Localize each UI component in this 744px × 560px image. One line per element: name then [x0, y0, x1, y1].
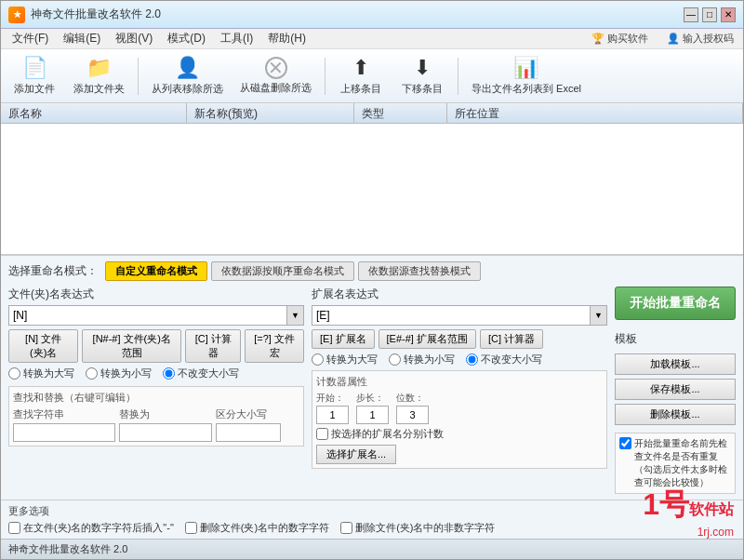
- ext-expr-input-row: ▼: [312, 305, 607, 326]
- btn-ext-calculator[interactable]: [C] 计算器: [480, 329, 543, 349]
- check-delete-numeric[interactable]: 删除文件(夹)名中的数字字符: [185, 521, 329, 535]
- watermark: 1号 软件站 1rj.com: [643, 485, 734, 539]
- add-folder-icon: 📁: [86, 56, 112, 80]
- mode-selector: 选择重命名模式： 自定义重命名模式 依数据源按顺序重命名模式 依数据源查找替换模…: [8, 261, 736, 281]
- menu-tools[interactable]: 工具(I): [213, 29, 260, 48]
- ext-expr-buttons: [E] 扩展名 [E#-#] 扩展名范围 [C] 计算器: [312, 329, 607, 349]
- remove-selected-icon: 👤: [175, 56, 200, 80]
- remove-selected-button[interactable]: 👤 从列表移除所选: [146, 53, 229, 100]
- watermark-number: 1号: [643, 485, 689, 526]
- ext-expr-radios: 转换为大写 转换为小写 不改变大小写: [312, 353, 607, 367]
- ext-expr-input[interactable]: [312, 305, 591, 326]
- file-expr-input[interactable]: [8, 305, 287, 326]
- toolbar: 📄 添加文件 📁 添加文件夹 👤 从列表移除所选 ✕ 从磁盘删除所选 ⬆ 上移条…: [1, 49, 743, 103]
- menu-view[interactable]: 视图(V): [108, 29, 160, 48]
- enter-license-button[interactable]: 👤 输入授权码: [661, 30, 739, 47]
- counter-separate-check[interactable]: 按选择的扩展名分别计数: [316, 427, 603, 441]
- counter-digits-input[interactable]: [396, 406, 429, 424]
- mid-column: 扩展名表达式 ▼ [E] 扩展名 [E#-#] 扩展名范围 [C] 计算器 转换…: [312, 287, 607, 494]
- template-label: 模板: [615, 331, 736, 347]
- file-expr-dropdown[interactable]: ▼: [287, 305, 304, 326]
- delete-non-numeric-checkbox[interactable]: [340, 522, 352, 534]
- note-checkbox[interactable]: [619, 437, 631, 449]
- btn-file-name-range[interactable]: [N#-#] 文件(夹)名范围: [82, 329, 181, 363]
- export-excel-button[interactable]: 📊 导出文件名列表到 Excel: [466, 53, 587, 100]
- mode-tab-datasource-seq[interactable]: 依数据源按顺序重命名模式: [211, 261, 354, 281]
- menu-mode[interactable]: 模式(D): [160, 29, 213, 48]
- btn-ext-range[interactable]: [E#-#] 扩展名范围: [379, 329, 476, 349]
- buy-software-button[interactable]: 🏆 购买软件: [586, 30, 654, 47]
- start-rename-button[interactable]: 开始批量重命名: [615, 287, 736, 320]
- move-down-button[interactable]: ⬇ 下移条目: [394, 53, 450, 100]
- ext-radio-no-change[interactable]: 不改变大小写: [466, 353, 542, 367]
- counter-digits: 位数：: [396, 392, 429, 424]
- counter-fields: 开始： 步长： 位数：: [316, 392, 603, 424]
- delete-numeric-label: 删除文件(夹)名中的数字字符: [200, 521, 329, 535]
- toolbar-separator-2: [325, 58, 326, 95]
- file-list-body: [1, 124, 743, 254]
- mode-tab-custom[interactable]: 自定义重命名模式: [105, 261, 207, 281]
- app-icon: ★: [8, 7, 25, 23]
- check-insert-dash[interactable]: 在文件(夹)名的数字字符后插入"-": [8, 521, 174, 535]
- load-template-button[interactable]: 加载模板...: [615, 353, 736, 375]
- counter-step: 步长：: [356, 392, 389, 424]
- maximize-button[interactable]: □: [702, 7, 717, 22]
- counter-start-input[interactable]: [316, 406, 349, 424]
- case-sensitive-label: 区分大小写: [216, 407, 281, 421]
- btn-ext-name[interactable]: [E] 扩展名: [312, 329, 375, 349]
- bottom-panel: 选择重命名模式： 自定义重命名模式 依数据源按顺序重命名模式 依数据源查找替换模…: [1, 255, 743, 500]
- counter-separate-checkbox[interactable]: [316, 428, 328, 440]
- close-button[interactable]: ✕: [721, 7, 736, 22]
- btn-calculator[interactable]: [C] 计算器: [185, 329, 241, 363]
- menu-right: 🏆 购买软件 👤 输入授权码: [586, 30, 739, 47]
- add-file-icon: 📄: [22, 56, 47, 80]
- radio-no-change[interactable]: 不改变大小写: [163, 367, 239, 380]
- delete-from-disk-button[interactable]: ✕ 从磁盘删除所选: [234, 53, 317, 100]
- file-expr-buttons: [N] 文件(夹)名 [N#-#] 文件(夹)名范围 [C] 计算器 [=?] …: [8, 329, 304, 363]
- move-up-button[interactable]: ⬆ 上移条目: [333, 53, 389, 100]
- file-expr-input-row: ▼: [8, 305, 304, 326]
- select-ext-button[interactable]: 选择扩展名...: [316, 445, 396, 464]
- window-controls: — □ ✕: [684, 7, 736, 22]
- more-options-title[interactable]: 更多选项: [8, 504, 736, 518]
- remove-selected-label: 从列表移除所选: [152, 82, 223, 96]
- btn-file-name[interactable]: [N] 文件(夹)名: [8, 329, 78, 363]
- btn-file-macro[interactable]: [=?] 文件宏: [245, 329, 304, 363]
- replace-field: 替换为: [119, 407, 212, 442]
- menu-edit[interactable]: 编辑(E): [56, 29, 108, 48]
- minimize-button[interactable]: —: [684, 7, 698, 22]
- note-check[interactable]: 开始批量重命名前先检查文件名是否有重复（勾选后文件太多时检查可能会比较慢）: [619, 437, 731, 489]
- ext-radio-uppercase[interactable]: 转换为大写: [312, 353, 378, 367]
- license-label: 输入授权码: [683, 32, 734, 46]
- delete-numeric-checkbox[interactable]: [185, 522, 197, 534]
- add-folder-button[interactable]: 📁 添加文件夹: [68, 53, 130, 100]
- save-template-button[interactable]: 保存模板...: [615, 379, 736, 400]
- add-file-label: 添加文件: [14, 82, 55, 96]
- ext-radio-lowercase[interactable]: 转换为小写: [389, 353, 455, 367]
- counter-section: 计数器属性 开始： 步长： 位数：: [312, 370, 607, 469]
- watermark-domain: 1rj.com: [698, 526, 734, 539]
- move-up-label: 上移条目: [340, 82, 381, 96]
- watermark-number-row: 1号 软件站: [643, 485, 734, 526]
- case-sensitive-input[interactable]: [216, 423, 281, 442]
- menu-bar: 文件(F) 编辑(E) 视图(V) 模式(D) 工具(I) 帮助(H) 🏆 购买…: [1, 29, 743, 49]
- mode-tab-datasource-replace[interactable]: 依数据源查找替换模式: [358, 261, 481, 281]
- col-header-original: 原名称: [1, 103, 187, 123]
- radio-lowercase[interactable]: 转换为小写: [86, 367, 152, 380]
- counter-start: 开始：: [316, 392, 349, 424]
- search-input[interactable]: [13, 423, 115, 442]
- add-file-button[interactable]: 📄 添加文件: [7, 53, 62, 100]
- radio-uppercase[interactable]: 转换为大写: [8, 367, 74, 380]
- menu-help[interactable]: 帮助(H): [260, 29, 313, 48]
- ext-expr-dropdown[interactable]: ▼: [591, 305, 607, 326]
- check-delete-non-numeric[interactable]: 删除文件(夹)名中的非数字字符: [340, 521, 495, 535]
- file-expr-label: 文件(夹)名表达式: [8, 287, 304, 302]
- menu-file[interactable]: 文件(F): [5, 29, 56, 48]
- replace-input[interactable]: [119, 423, 212, 442]
- toolbar-separator-3: [458, 58, 458, 95]
- replace-field-label: 替换为: [119, 407, 212, 421]
- insert-dash-checkbox[interactable]: [8, 522, 20, 534]
- delete-template-button[interactable]: 删除模板...: [615, 404, 736, 425]
- search-replace-row: 查找字符串 替换为 区分大小写: [13, 407, 299, 442]
- counter-step-input[interactable]: [356, 406, 389, 424]
